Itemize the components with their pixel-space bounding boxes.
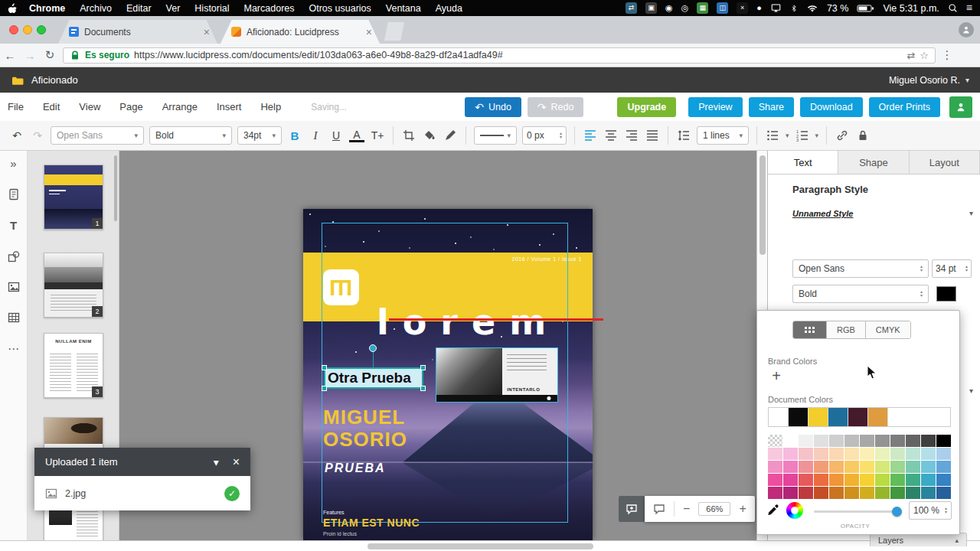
color-swatch[interactable] <box>808 408 828 426</box>
close-icon[interactable]: × <box>233 455 240 469</box>
security-label[interactable]: Es seguro <box>85 50 129 60</box>
link-button[interactable] <box>835 129 850 142</box>
color-swatch[interactable] <box>890 448 905 460</box>
pages-icon[interactable] <box>8 188 20 201</box>
eyedropper-icon[interactable] <box>766 502 780 516</box>
status-icon-black-app[interactable]: × <box>737 2 748 14</box>
text-tool-icon[interactable]: T <box>10 219 17 232</box>
color-swatch[interactable] <box>783 474 798 486</box>
status-icon-camera[interactable]: ▣ <box>645 2 657 14</box>
color-swatch[interactable] <box>844 435 859 447</box>
menu-page[interactable]: Page <box>119 101 142 112</box>
lock-button[interactable] <box>855 129 871 142</box>
selection-handle[interactable] <box>322 365 327 370</box>
stepper-arrows[interactable]: ▴▾ <box>920 265 923 272</box>
color-swatch[interactable] <box>868 408 888 426</box>
menubar-item-editar[interactable]: Editar <box>126 3 152 14</box>
back-button[interactable]: ← <box>0 49 20 62</box>
line-spacing-icon[interactable] <box>676 129 691 142</box>
scrollbar-thumb[interactable] <box>760 155 766 255</box>
bullet-list-button[interactable] <box>765 129 780 142</box>
add-comment-button[interactable] <box>619 496 645 522</box>
table-tool-icon[interactable] <box>8 311 20 324</box>
menubar-item-ventana[interactable]: Ventana <box>386 3 421 14</box>
menu-arrange[interactable]: Arrange <box>162 101 198 112</box>
redo-button[interactable]: ↷Redo <box>528 97 584 117</box>
cover-tagline[interactable]: PRUEBA <box>325 461 386 475</box>
menubar-clock[interactable]: Vie 5:31 p.m. <box>883 3 939 14</box>
menu-edit[interactable]: Edit <box>43 101 60 112</box>
color-swatch[interactable] <box>768 487 782 499</box>
status-icon-record[interactable]: ◉ <box>665 2 673 14</box>
stepper-arrows[interactable]: ▴▾ <box>945 507 947 514</box>
menubar-item-historial[interactable]: Historial <box>194 3 229 14</box>
masthead-band[interactable]: 2016 / Volume 1 / Issue 1 Ш lorem <box>303 253 593 321</box>
color-swatch[interactable] <box>799 474 813 486</box>
account-caret-icon[interactable]: ▾ <box>965 76 969 84</box>
window-close-button[interactable] <box>9 25 18 34</box>
notification-center-icon[interactable]: ≡ <box>966 2 972 14</box>
order-prints-button[interactable]: Order Prints <box>869 97 940 117</box>
color-swatch[interactable] <box>860 487 874 499</box>
thumbnail-scrollbar[interactable] <box>114 155 117 221</box>
color-swatch[interactable] <box>799 435 813 447</box>
zoom-out-button[interactable]: − <box>683 502 690 516</box>
menubar-item-marcadores[interactable]: Marcadores <box>244 3 295 14</box>
feature-title[interactable]: ETIAM EST NUNC <box>323 517 420 529</box>
fill-color-button[interactable] <box>422 129 437 142</box>
color-swatch[interactable] <box>829 461 844 473</box>
opacity-slider-knob[interactable] <box>892 507 902 517</box>
text-style-button[interactable]: T+ <box>370 129 385 142</box>
author-name[interactable]: MIGUELOSORIO <box>323 406 407 451</box>
selection-handle[interactable] <box>322 386 327 391</box>
drive-share-button[interactable] <box>949 96 972 118</box>
line-style-select[interactable]: ▾ <box>474 126 517 145</box>
masthead-title[interactable]: lorem <box>377 302 560 343</box>
color-swatch[interactable] <box>799 487 813 499</box>
share-button[interactable]: Share <box>749 97 794 117</box>
new-tab-button[interactable] <box>384 22 404 41</box>
color-wheel-button[interactable] <box>786 502 803 519</box>
layers-caret-icon[interactable]: ▴ <box>955 536 959 544</box>
selected-text[interactable]: Otra Prueba <box>328 370 411 386</box>
section-caret-icon[interactable]: ▾ <box>969 386 973 395</box>
color-swatch[interactable] <box>844 474 859 486</box>
status-icon-blue-app[interactable]: ◫ <box>717 2 728 14</box>
color-swatch[interactable] <box>799 461 813 473</box>
zoom-level[interactable]: 66% <box>698 502 730 516</box>
color-swatch[interactable] <box>936 448 951 460</box>
color-swatch[interactable] <box>921 474 936 486</box>
color-swatch[interactable] <box>814 487 828 499</box>
color-swatch[interactable] <box>906 448 920 460</box>
menubar-item-ayuda[interactable]: Ayuda <box>436 3 462 14</box>
underline-button[interactable]: U <box>328 129 344 142</box>
wifi-icon[interactable] <box>806 4 818 13</box>
menu-file[interactable]: File <box>8 101 24 112</box>
address-bar[interactable]: Es seguro https://www.lucidpress.com/doc… <box>63 47 936 64</box>
color-swatch[interactable] <box>844 487 859 499</box>
menu-view[interactable]: View <box>79 101 100 112</box>
italic-button[interactable]: I <box>308 129 323 142</box>
color-swatch[interactable] <box>875 435 890 447</box>
align-right-button[interactable] <box>624 129 639 142</box>
translate-icon[interactable]: ⇄ <box>906 50 915 61</box>
section-caret-icon[interactable]: ▾ <box>969 209 973 217</box>
text-color-button[interactable]: A <box>349 129 364 142</box>
menubar-item-otros-usuarios[interactable]: Otros usuarios <box>309 3 371 14</box>
airplay-icon[interactable] <box>770 3 782 13</box>
browser-menu-icon[interactable]: ⋮ <box>936 48 959 62</box>
tab-layout[interactable]: Layout <box>910 151 980 174</box>
reload-button[interactable]: ↻ <box>40 48 60 62</box>
color-swatch[interactable] <box>875 487 890 499</box>
font-size-select[interactable]: 34pt▾ <box>237 126 282 145</box>
font-family-select[interactable]: Open Sans▾ <box>51 126 144 145</box>
color-swatch[interactable] <box>860 448 874 460</box>
color-swatch[interactable] <box>936 461 951 473</box>
magazine-cover-page[interactable]: 2016 / Volume 1 / Issue 1 Ш lorem INTENT… <box>303 209 593 540</box>
forward-button[interactable]: → <box>20 49 40 62</box>
color-swatch[interactable] <box>844 448 859 460</box>
border-width-stepper[interactable]: 0 px▴▾ <box>522 126 567 145</box>
zoom-in-button[interactable]: + <box>739 502 746 516</box>
selection-handle[interactable] <box>420 386 426 391</box>
bookmark-star-icon[interactable]: ☆ <box>920 50 929 61</box>
